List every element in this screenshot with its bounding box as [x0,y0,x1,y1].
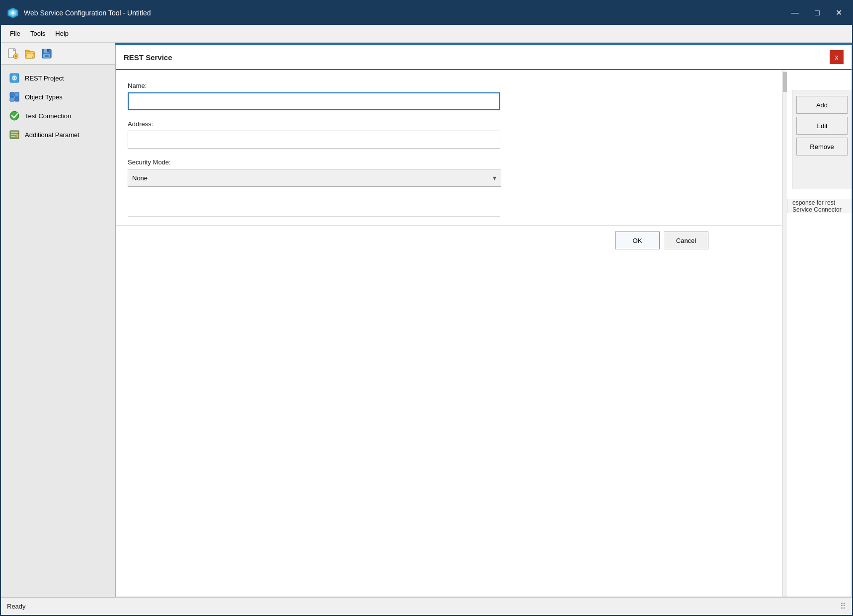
title-bar: Web Service Configuration Tool - Untitle… [1,1,852,25]
menu-bar: File Tools Help [1,25,852,43]
menu-file[interactable]: File [5,28,25,39]
svg-marker-14 [26,53,34,58]
sidebar-item-object-types[interactable]: Object Types [1,87,115,106]
security-mode-label: Security Mode: [128,158,770,166]
partial-text-area: esponse for rest Service Connector [787,199,852,213]
window-title: Web Service Configuration Tool - Untitle… [24,9,787,17]
ok-button[interactable]: OK [615,231,660,249]
sidebar-item-additional-params-label: Additional Paramet [25,131,79,139]
name-input[interactable] [128,92,500,110]
dialog-close-button[interactable]: x [830,50,844,64]
svg-point-6 [15,55,17,57]
sidebar-item-rest-project-label: REST Project [25,75,64,82]
svg-rect-17 [47,49,49,52]
right-panel: REST Service x Name: [115,43,852,597]
sidebar-item-test-connection[interactable]: Test Connection [1,106,115,125]
cancel-button[interactable]: Cancel [664,231,708,249]
dialog-panel: REST Service x Name: [115,45,852,597]
open-button[interactable] [22,46,38,62]
svg-rect-29 [11,132,18,133]
svg-point-2 [11,11,14,14]
app-icon [7,7,19,19]
additional-params-icon [9,129,20,140]
add-button[interactable]: Add [796,96,848,114]
panel-title: REST Service [124,53,172,62]
dialog-footer: OK Cancel [116,225,782,255]
scroll-track [782,70,787,597]
scroll-thumb[interactable] [783,72,787,92]
status-bar: Ready ⠿ [1,597,852,615]
svg-rect-10 [18,56,18,57]
form-content: Name: Address: Security Mode: [116,70,782,209]
sidebar-item-rest-project[interactable]: REST Project [1,69,115,87]
svg-rect-25 [10,97,14,101]
object-types-icon [9,91,20,102]
sidebar-item-object-types-label: Object Types [25,93,63,101]
security-mode-select[interactable]: None Basic OAuth2 Certificate [128,169,501,187]
svg-point-22 [13,77,15,79]
menu-help[interactable]: Help [50,28,74,39]
new-button[interactable] [5,46,21,62]
status-text: Ready [7,603,26,610]
rest-project-icon [9,73,20,83]
main-content: REST Project Object Types [1,43,852,597]
close-button[interactable]: ✕ [832,8,846,18]
main-window: Web Service Configuration Tool - Untitle… [0,0,853,616]
svg-rect-9 [13,56,14,57]
svg-rect-26 [15,97,19,101]
maximize-button[interactable]: □ [811,8,824,18]
svg-rect-31 [11,136,15,137]
sidebar-item-test-connection-label: Test Connection [25,112,71,120]
name-label: Name: [128,82,770,89]
partial-text-line2: Service Connector [792,206,852,213]
status-icon: ⠿ [840,602,846,611]
security-mode-group: Security Mode: None Basic OAuth2 Certifi… [128,158,770,187]
sidebar: REST Project Object Types [1,65,115,144]
test-connection-icon [9,110,20,121]
address-field-group: Address: [128,120,770,149]
remove-button[interactable]: Remove [796,138,848,155]
window-controls: — □ ✕ [787,8,846,18]
address-label: Address: [128,120,770,128]
save-button[interactable] [39,46,55,62]
svg-rect-7 [15,53,16,54]
svg-point-27 [10,111,19,120]
name-field-group: Name: [128,82,770,110]
svg-rect-23 [10,92,14,97]
svg-rect-24 [15,92,19,97]
sidebar-item-additional-params[interactable]: Additional Paramet [1,125,115,144]
partial-text-line1: esponse for rest [792,199,852,206]
address-input[interactable] [128,131,500,149]
menu-tools[interactable]: Tools [25,28,50,39]
edit-button[interactable]: Edit [796,117,848,135]
panel-header: REST Service x [116,45,852,70]
form-divider [128,217,500,217]
side-buttons-panel: Add Edit Remove [792,90,852,189]
svg-rect-32 [16,135,18,138]
security-mode-select-wrapper: None Basic OAuth2 Certificate [128,169,501,187]
minimize-button[interactable]: — [787,8,803,18]
svg-rect-19 [45,55,49,57]
svg-rect-8 [15,58,16,59]
toolbar [1,43,115,65]
